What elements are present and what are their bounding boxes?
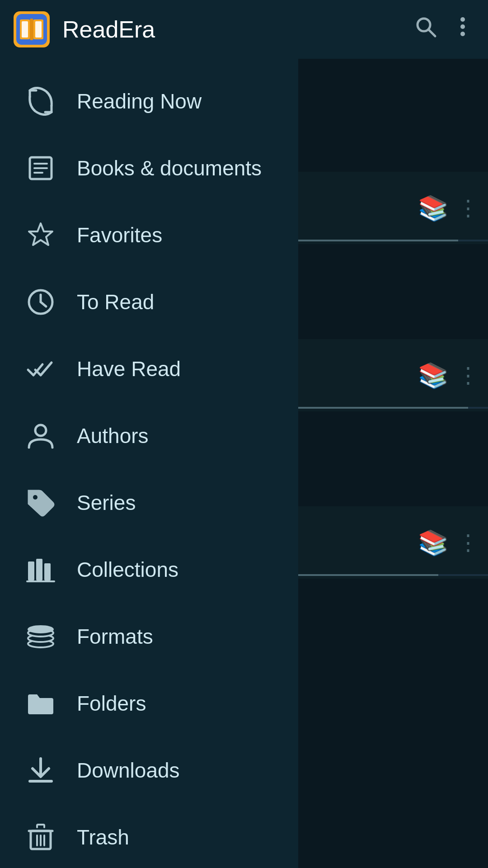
svg-rect-4 xyxy=(35,21,42,38)
svg-point-19 xyxy=(35,425,46,436)
nav-label-favorites: Favorites xyxy=(77,223,162,247)
tag-icon xyxy=(23,485,59,521)
nav-item-downloads[interactable]: Downloads xyxy=(0,737,298,804)
nav-item-favorites[interactable]: Favorites xyxy=(0,202,298,269)
doc-icon xyxy=(23,150,59,186)
nav-item-have-read[interactable]: Have Read xyxy=(0,335,298,402)
app-logo xyxy=(14,11,50,47)
nav-label-formats: Formats xyxy=(77,624,153,649)
progress-fill-2 xyxy=(289,407,468,409)
nav-label-reading-now: Reading Now xyxy=(77,89,202,113)
nav-label-series: Series xyxy=(77,491,136,515)
nav-item-trash[interactable]: Trash xyxy=(0,804,298,868)
book-item-2: 📚 ⋮ xyxy=(289,339,488,411)
progress-fill-1 xyxy=(289,240,458,241)
library-icon-2: 📚 xyxy=(418,361,448,390)
download-icon xyxy=(23,752,59,788)
nav-item-authors[interactable]: Authors xyxy=(0,402,298,469)
book-more-3[interactable]: ⋮ xyxy=(457,530,479,555)
nav-list: Reading Now Books & documents Favorit xyxy=(0,59,298,868)
layers-icon xyxy=(23,618,59,655)
app-title: ReadEra xyxy=(62,16,414,43)
book-more-2[interactable]: ⋮ xyxy=(457,363,479,388)
nav-item-folders[interactable]: Folders xyxy=(0,670,298,737)
svg-marker-15 xyxy=(29,223,52,245)
nav-label-trash: Trash xyxy=(77,825,129,849)
topbar-actions xyxy=(414,15,474,44)
library-icon xyxy=(23,552,59,588)
svg-point-28 xyxy=(28,626,53,633)
nav-item-books-documents[interactable]: Books & documents xyxy=(0,135,298,202)
nav-item-reading-now[interactable]: Reading Now xyxy=(0,68,298,135)
svg-line-18 xyxy=(41,302,46,307)
svg-point-8 xyxy=(460,17,465,22)
nav-label-have-read: Have Read xyxy=(77,357,181,381)
svg-point-10 xyxy=(460,32,465,36)
progress-bar-2 xyxy=(289,407,488,409)
navigation-drawer: Reading Now Books & documents Favorit xyxy=(0,59,298,868)
nav-label-authors: Authors xyxy=(77,424,149,448)
book-more-1[interactable]: ⋮ xyxy=(457,195,479,221)
library-icon-1: 📚 xyxy=(418,194,448,222)
nav-item-to-read[interactable]: To Read xyxy=(0,269,298,335)
folder-icon xyxy=(23,685,59,722)
nav-item-series[interactable]: Series xyxy=(0,469,298,536)
more-options-icon[interactable] xyxy=(451,15,474,44)
svg-point-20 xyxy=(33,495,38,500)
svg-rect-22 xyxy=(36,559,42,580)
book-item-1: 📚 ⋮ xyxy=(289,172,488,244)
search-icon[interactable] xyxy=(414,15,437,44)
nav-label-to-read: To Read xyxy=(77,290,154,314)
double-check-icon xyxy=(23,351,59,387)
svg-line-7 xyxy=(428,29,435,36)
nav-label-books-documents: Books & documents xyxy=(77,156,262,180)
svg-rect-23 xyxy=(44,563,51,580)
svg-point-9 xyxy=(460,24,465,29)
svg-rect-5 xyxy=(30,19,33,40)
star-icon xyxy=(23,217,59,253)
progress-fill-3 xyxy=(289,574,438,576)
nav-item-collections[interactable]: Collections xyxy=(0,536,298,603)
svg-rect-2 xyxy=(22,21,28,38)
trash-icon xyxy=(23,819,59,855)
book-item-3: 📚 ⋮ xyxy=(289,506,488,579)
nav-item-formats[interactable]: Formats xyxy=(0,603,298,670)
clock-icon xyxy=(23,284,59,320)
topbar: ReadEra xyxy=(0,0,488,59)
progress-bar-3 xyxy=(289,574,488,576)
nav-label-downloads: Downloads xyxy=(77,758,180,783)
person-icon xyxy=(23,418,59,454)
nav-label-collections: Collections xyxy=(77,557,178,582)
refresh-icon xyxy=(23,83,59,119)
svg-rect-21 xyxy=(28,561,34,580)
progress-bar-1 xyxy=(289,240,488,241)
nav-label-folders: Folders xyxy=(77,691,146,716)
library-icon-3: 📚 xyxy=(418,528,448,557)
